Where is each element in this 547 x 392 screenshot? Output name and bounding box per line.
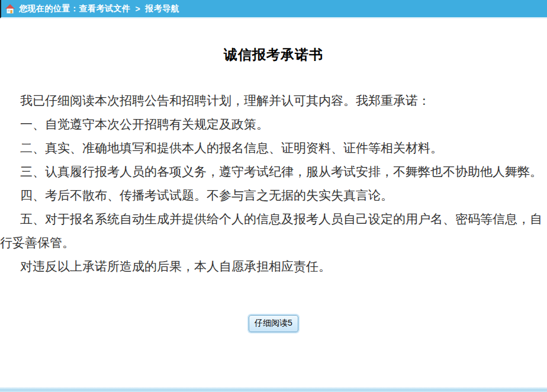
clause-2: 二、真实、准确地填写和提供本人的报名信息、证明资料、证件等相关材料。: [0, 136, 547, 160]
clause-1: 一、自觉遵守本次公开招聘有关规定及政策。: [0, 113, 547, 136]
commitment-document: 诚信报考承诺书 我已仔细阅读本次招聘公告和招聘计划，理解并认可其内容。我郑重承诺…: [0, 46, 547, 332]
breadcrumb-item-registration-nav[interactable]: 报考导航: [145, 4, 179, 14]
bottom-bar: [0, 387, 547, 392]
document-body: 我已仔细阅读本次招聘公告和招聘计划，理解并认可其内容。我郑重承诺： 一、自觉遵守…: [0, 89, 547, 278]
breadcrumb-separator: >: [136, 4, 141, 14]
breadcrumb-item-exam-files[interactable]: 查看考试文件: [79, 4, 131, 14]
home-icon: [5, 4, 15, 14]
breadcrumb-label: 您现在的位置：: [19, 4, 79, 14]
paragraph-closing: 对违反以上承诺所造成的后果，本人自愿承担相应责任。: [0, 255, 547, 278]
clause-4: 四、考后不散布、传播考试试题。不参与言之无据的失实失真言论。: [0, 184, 547, 207]
clause-3: 三、认真履行报考人员的各项义务，遵守考试纪律，服从考试安排，不舞弊也不协助他人舞…: [0, 160, 547, 184]
clause-5: 五、对于报名系统自动生成并提供给个人的信息及报考人员自己设定的用户名、密码等信息…: [0, 207, 547, 255]
page-title: 诚信报考承诺书: [0, 46, 547, 63]
paragraph-intro: 我已仔细阅读本次招聘公告和招聘计划，理解并认可其内容。我郑重承诺：: [0, 89, 547, 113]
breadcrumb-bar: 您现在的位置： 查看考试文件 > 报考导航: [0, 0, 547, 18]
button-row: 仔细阅读5: [0, 315, 547, 332]
read-carefully-countdown-button[interactable]: 仔细阅读5: [249, 315, 298, 332]
